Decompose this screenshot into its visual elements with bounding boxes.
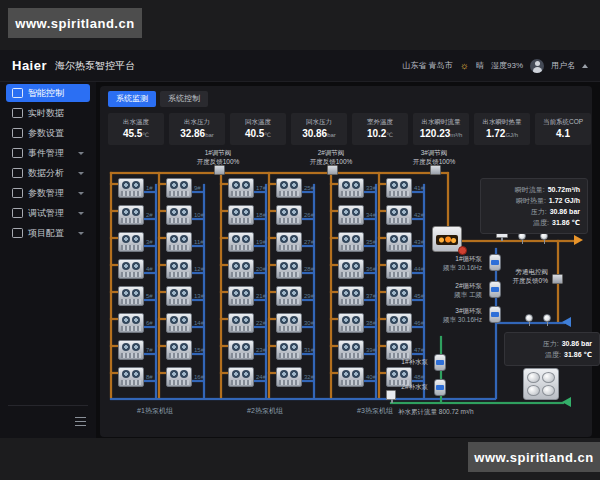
heatpump-unit[interactable] [166, 286, 192, 306]
fan-icon [242, 343, 250, 351]
return-stub-pipe [301, 380, 314, 382]
regulating-valve-icon[interactable] [430, 165, 441, 175]
heatpump-unit[interactable] [228, 259, 254, 279]
circulation-pump-icon[interactable] [489, 306, 501, 323]
makeup-pump-icon[interactable] [434, 379, 446, 396]
heatpump-unit[interactable] [338, 286, 364, 306]
heatpump-unit[interactable] [276, 340, 302, 360]
return-stub-pipe [411, 299, 424, 301]
heatpump-unit[interactable] [228, 340, 254, 360]
sidebar-item-param-management[interactable]: 参数管理 [6, 184, 90, 202]
sidebar-item-project-config[interactable]: 项目配置 [6, 224, 90, 242]
heatpump-unit[interactable] [118, 340, 144, 360]
heatpump-unit[interactable] [118, 232, 144, 252]
heatpump-unit[interactable] [118, 205, 144, 225]
makeup-pump-icon[interactable] [434, 354, 446, 371]
sidebar-item-data-analysis[interactable]: 数据分析 [6, 164, 90, 182]
heatpump-unit[interactable] [386, 178, 412, 198]
chevron-up-icon[interactable] [582, 64, 588, 68]
water-tank-icon[interactable] [523, 368, 559, 400]
fan-icon [132, 262, 140, 270]
heatpump-unit[interactable] [228, 232, 254, 252]
unit-number-label: 13# [194, 293, 204, 299]
sidebar-item-smart-control[interactable]: 智能控制 [6, 84, 90, 102]
return-stub-pipe [301, 218, 314, 220]
unit-number-label: 38# [366, 320, 376, 326]
supply-stub-pipe [158, 318, 166, 320]
heatpump-unit[interactable] [276, 205, 302, 225]
heatpump-unit[interactable] [338, 259, 364, 279]
heatpump-unit[interactable] [276, 178, 302, 198]
heatpump-unit[interactable] [276, 232, 302, 252]
heatpump-unit[interactable] [166, 178, 192, 198]
flame-glow [436, 235, 458, 245]
circulation-pump-icon[interactable] [489, 281, 501, 298]
haier-logo: Haier [12, 58, 47, 73]
heatpump-unit[interactable] [276, 286, 302, 306]
info-row: 瞬时热量:1.72 GJ/h [488, 195, 580, 206]
fan-icon [280, 343, 288, 351]
heatpump-unit[interactable] [118, 313, 144, 333]
heatpump-unit[interactable] [228, 367, 254, 387]
sidebar-item-debug-management[interactable]: 调试管理 [6, 204, 90, 222]
fan-icon [290, 289, 298, 297]
heatpump-unit[interactable] [276, 367, 302, 387]
makeup-pipe [390, 402, 564, 404]
heatpump-unit[interactable] [166, 340, 192, 360]
heatpump-unit[interactable] [166, 313, 192, 333]
fan-icon [390, 181, 398, 189]
fan-icon [132, 289, 140, 297]
heatpump-unit[interactable] [118, 367, 144, 387]
heatpump-unit[interactable] [386, 232, 412, 252]
sidebar-item-event-management[interactable]: 事件管理 [6, 144, 90, 162]
heatpump-unit[interactable] [276, 259, 302, 279]
regulating-valve-icon[interactable] [327, 165, 338, 175]
fan-icon [352, 262, 360, 270]
heatpump-unit[interactable] [338, 178, 364, 198]
sidebar-item-param-settings[interactable]: 参数设置 [6, 124, 90, 142]
return-stub-pipe [253, 245, 266, 247]
supply-stub-pipe [158, 264, 166, 266]
heatpump-unit[interactable] [338, 340, 364, 360]
regulating-valve-icon[interactable] [214, 165, 225, 175]
heatpump-unit[interactable] [118, 178, 144, 198]
valve-name: 1#调节阀 [178, 149, 258, 158]
heatpump-unit[interactable] [166, 232, 192, 252]
supply-riser-pipe [220, 172, 222, 398]
heatpump-unit[interactable] [228, 313, 254, 333]
heatpump-unit[interactable] [228, 286, 254, 306]
heatpump-unit[interactable] [338, 313, 364, 333]
app-window: Haier 海尔热泵智控平台 山东省 青岛市 ☼ 晴 湿度93% 用户名 智能控… [0, 50, 600, 438]
heatpump-unit[interactable] [338, 205, 364, 225]
heatpump-unit[interactable] [118, 286, 144, 306]
heatpump-unit[interactable] [228, 205, 254, 225]
bypass-valve-icon[interactable] [552, 274, 563, 284]
fan-icon [280, 316, 288, 324]
heatpump-unit[interactable] [386, 340, 412, 360]
user-avatar[interactable] [530, 59, 544, 73]
collapse-sidebar-icon[interactable] [75, 417, 86, 426]
supply-riser-pipe [330, 172, 332, 398]
supply-stub-pipe [330, 372, 338, 374]
heatpump-unit[interactable] [338, 232, 364, 252]
tank-cap-icon [542, 372, 555, 383]
circulation-pump-icon[interactable] [489, 254, 501, 271]
heatpump-unit[interactable] [118, 259, 144, 279]
heatpump-unit[interactable] [166, 367, 192, 387]
unit-number-label: 32# [304, 374, 314, 380]
username[interactable]: 用户名 [551, 60, 575, 71]
boiler-pump-icon[interactable] [458, 246, 467, 255]
fan-icon [122, 208, 130, 216]
supply-stub-pipe [158, 210, 166, 212]
supply-stub-pipe [330, 237, 338, 239]
heatpump-unit[interactable] [166, 205, 192, 225]
supply-stub-pipe [378, 291, 386, 293]
supply-stub-pipe [220, 237, 228, 239]
heatpump-unit[interactable] [386, 205, 412, 225]
heatpump-unit[interactable] [228, 178, 254, 198]
return-stub-pipe [301, 191, 314, 193]
heatpump-unit[interactable] [166, 259, 192, 279]
heatpump-unit[interactable] [276, 313, 302, 333]
unit-number-label: 20# [256, 266, 266, 272]
sidebar-item-realtime-data[interactable]: 实时数据 [6, 104, 90, 122]
